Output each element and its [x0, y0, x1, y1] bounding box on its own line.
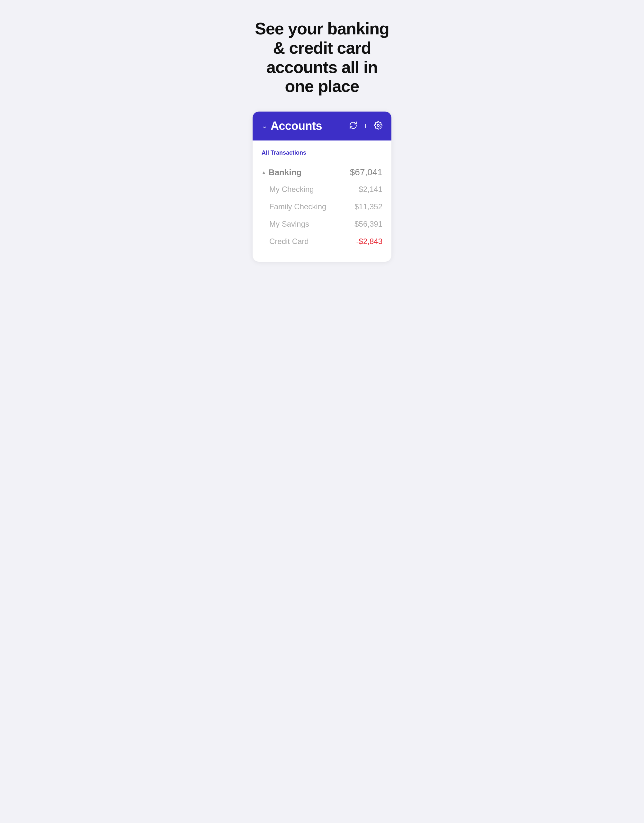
account-name-credit-card: Credit Card	[269, 237, 309, 246]
accounts-body: All Transactions ▲ Banking $67,041 My Ch…	[253, 140, 391, 262]
account-name-my-checking: My Checking	[269, 185, 314, 194]
accounts-title: Accounts	[271, 119, 322, 133]
table-row[interactable]: My Checking $2,141	[269, 181, 382, 198]
accounts-card: ⌄ Accounts +	[253, 112, 391, 262]
all-transactions-label[interactable]: All Transactions	[262, 149, 382, 156]
table-row[interactable]: My Savings $56,391	[269, 215, 382, 233]
banking-group-amount: $67,041	[350, 167, 382, 177]
hero-title: See your banking & credit card accounts …	[253, 19, 391, 96]
banking-group-row[interactable]: ▲ Banking $67,041	[262, 163, 382, 181]
chevron-down-icon[interactable]: ⌄	[262, 122, 267, 130]
banking-group-name: ▲ Banking	[262, 167, 301, 177]
table-row[interactable]: Family Checking $11,352	[269, 198, 382, 215]
refresh-icon[interactable]	[349, 121, 357, 131]
add-account-button[interactable]: +	[363, 121, 368, 131]
account-amount-family-checking: $11,352	[354, 202, 382, 211]
account-amount-my-savings: $56,391	[354, 220, 382, 229]
account-name-my-savings: My Savings	[269, 220, 309, 229]
svg-point-0	[377, 124, 380, 127]
account-name-family-checking: Family Checking	[269, 202, 326, 211]
accounts-header-right: +	[349, 121, 382, 131]
gear-icon[interactable]	[374, 121, 382, 131]
page-container: See your banking & credit card accounts …	[245, 0, 399, 275]
table-row[interactable]: Credit Card -$2,843	[269, 233, 382, 250]
account-amount-credit-card: -$2,843	[356, 237, 382, 246]
accounts-header-left: ⌄ Accounts	[262, 119, 322, 133]
triangle-icon: ▲	[262, 170, 266, 175]
accounts-header: ⌄ Accounts +	[253, 112, 391, 140]
account-amount-my-checking: $2,141	[359, 185, 382, 194]
sub-accounts-list: My Checking $2,141 Family Checking $11,3…	[262, 181, 382, 250]
